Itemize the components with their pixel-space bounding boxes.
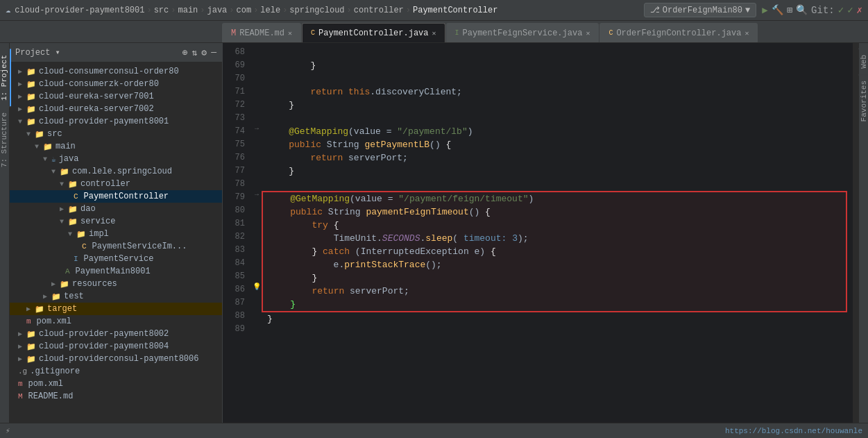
tab-payment-feign-service-close[interactable]: ✕ [586,29,590,37]
gutter-68 [252,43,262,56]
tab-payment-controller-label: PaymentController.java [318,28,428,38]
path-cloud[interactable]: cloud-provider-payment8001 [15,6,144,15]
gutter-76 [252,149,262,162]
path-java[interactable]: java [207,6,228,15]
tree-item-eureka7001[interactable]: ▶ 📁 cloud-eureka-server7001 [10,90,222,103]
line-num-88: 88 [223,310,245,323]
path-springcloud[interactable]: springcloud [289,6,344,15]
tab-order-feign-controller[interactable]: C OrderFeignController.java ✕ [599,23,758,42]
gutter-73 [252,109,262,122]
tree-item-payment8004[interactable]: ▶ 📁 cloud-provider-payment8004 [10,340,222,353]
gutter-79[interactable]: → [252,188,262,201]
sidebar-item-favorites[interactable]: Favorites [858,74,869,127]
gutter-86[interactable]: 💡 [252,280,262,294]
tree-item-root-pom[interactable]: m pom.xml [10,378,222,390]
highlighted-region: @GetMapping(value = "/payment/feign/time… [262,191,847,312]
top-bar-right: ⎇ OrderFeignMain80 ▼ ▶ 🔨 ⊞ 🔍 Git: ✓ ✓ ✗ [644,3,862,17]
collapse-icon[interactable]: — [211,47,216,58]
gitignore-icon: .g [18,367,27,376]
tree-item-main[interactable]: ▼ 📁 main [10,140,222,153]
tree-item-payment-controller-file[interactable]: C PaymentController [10,190,222,203]
path-com[interactable]: com [237,6,252,15]
tree-label: pom.xml [37,317,71,326]
xml-icon: m [26,317,31,326]
tab-order-feign-controller-close[interactable]: ✕ [744,29,749,37]
java-folder-icon: ☕ [51,155,56,164]
tab-readme-close[interactable]: ✕ [288,29,292,37]
path-controller[interactable]: controller [354,6,404,15]
tree-item-payment-main[interactable]: A PaymentMain8001 [10,265,222,278]
tree-item-controller-folder[interactable]: ▼ 📁 controller [10,178,222,190]
expand-arrow: ▼ [43,155,50,163]
expand-arrow: ▼ [18,118,25,126]
sidebar-item-structure[interactable]: 7: Structure [0,106,11,173]
tree-label: pom.xml [28,379,63,389]
line-num-82: 82 [223,230,245,244]
folder-orange-icon: 📁 [35,305,44,314]
tree-item-gitignore[interactable]: .g .gitignore [10,365,222,378]
tree-item-dao[interactable]: ▶ 📁 dao [10,203,222,215]
sync-icon[interactable]: ⇅ [192,47,198,58]
tree-item-consumerconsul[interactable]: ▶ 📁 cloud-consumerconsul-order80 [10,65,222,78]
git-x-icon[interactable]: ✗ [857,4,862,16]
code-line-80: public String paymentFeignTimeout() { [269,205,846,219]
tree-item-payment8002[interactable]: ▶ 📁 cloud-provider-payment8002 [10,328,222,340]
coverage-icon[interactable]: ⊞ [787,4,792,16]
sidebar-item-web[interactable]: Web [858,49,869,74]
tree-item-pom[interactable]: m pom.xml [10,315,222,328]
gutter-75 [252,135,262,149]
git-check1-icon[interactable]: ✓ [838,4,844,16]
java-class-icon: C [74,192,78,201]
tree-label: impl [89,229,109,239]
code-line-87: } [269,298,846,311]
tree-label: cloud-eureka-server7001 [39,92,154,101]
tree-item-resources[interactable]: ▶ 📁 resources [10,278,222,290]
status-link[interactable]: https://blog.csdn.net/houwanle [725,427,862,435]
gutter-81 [252,214,262,228]
folder-icon: 📁 [26,117,36,126]
tree-label: cloud-consumerconsul-order80 [39,67,179,76]
tree-item-java[interactable]: ▼ ☕ java [10,153,222,165]
tree-item-springcloud[interactable]: ▼ 📁 com.lele.springcloud [10,165,222,178]
sidebar-item-project[interactable]: 1: Project [0,49,11,106]
tree-item-src[interactable]: ▼ 📁 src [10,128,222,140]
tab-payment-feign-service[interactable]: I PaymentFeignService.java ✕ [446,23,599,42]
line-num-68: 68 [223,46,245,59]
tree-item-test[interactable]: ▶ 📁 test [10,290,222,303]
line-num-77: 77 [223,165,245,178]
branch-dropdown[interactable]: ⎇ OrderFeignMain80 ▼ [644,3,756,17]
path-lele[interactable]: lele [260,6,280,15]
tab-payment-controller[interactable]: C PaymentController.java ✕ [302,23,445,42]
gutter-80 [252,201,262,214]
settings-icon[interactable]: ⚙ [201,47,207,58]
path-segment-1[interactable]: ☁ [6,5,10,15]
gutter-72 [252,96,262,109]
tree-item-target[interactable]: ▶ 📁 target [10,303,222,315]
tree-item-consumerzk[interactable]: ▶ 📁 cloud-consumerzk-order80 [10,78,222,90]
path-main[interactable]: main [178,6,198,15]
tree-item-payment-service-impl[interactable]: C PaymentServiceIm... [10,240,222,253]
gutter-74[interactable]: → [252,122,262,135]
tree-label: cloud-eureka-server7002 [39,104,154,114]
search-everywhere-icon[interactable]: 🔍 [796,4,808,16]
tree-item-readme-md[interactable]: M README.md [10,390,222,403]
tree-item-eureka7002[interactable]: ▶ 📁 cloud-eureka-server7002 [10,103,222,115]
tree-label: cloud-consumerzk-order80 [39,79,159,89]
tab-payment-controller-close[interactable]: ✕ [432,29,436,37]
tab-readme[interactable]: M README.md ✕ [222,23,301,42]
add-icon[interactable]: ⊕ [182,47,188,58]
folder-icon: 📁 [68,180,78,189]
tree-item-payment-service[interactable]: I PaymentService [10,253,222,265]
path-src[interactable]: src [154,6,169,15]
run-icon[interactable]: ▶ [762,4,767,16]
git-check2-icon[interactable]: ✓ [847,4,853,16]
folder-icon: 📁 [26,92,36,101]
code-editor[interactable]: } return this.discoveryClient; } @GetMap… [262,43,853,423]
tree-item-payment8001[interactable]: ▼ 📁 cloud-provider-payment8001 [10,115,222,128]
path-file[interactable]: PaymentController [413,6,497,15]
tree-item-service[interactable]: ▼ 📁 service [10,215,222,228]
tree-item-payment8006[interactable]: ▶ 📁 cloud-providerconsul-payment8006 [10,353,222,365]
tab-bar: M README.md ✕ C PaymentController.java ✕… [0,21,868,43]
build-icon[interactable]: 🔨 [772,4,783,16]
tree-item-impl[interactable]: ▼ 📁 impl [10,228,222,240]
